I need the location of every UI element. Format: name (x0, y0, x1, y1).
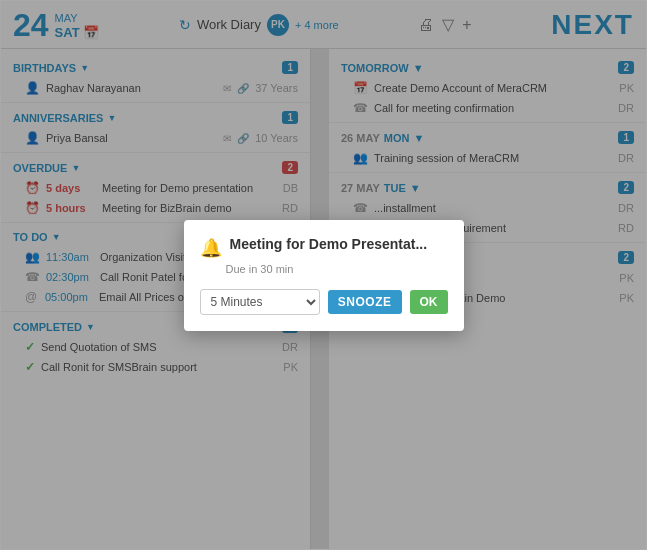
modal-title: Meeting for Demo Presentat... (230, 236, 428, 252)
modal-subtitle: Due in 30 min (226, 263, 448, 275)
snooze-button[interactable]: SNOOZE (328, 290, 402, 314)
modal-actions: 5 Minutes 10 Minutes 15 Minutes 30 Minut… (200, 289, 448, 315)
snooze-select[interactable]: 5 Minutes 10 Minutes 15 Minutes 30 Minut… (200, 289, 320, 315)
modal-overlay: 🔔 Meeting for Demo Presentat... Due in 3… (1, 1, 646, 549)
ok-button[interactable]: OK (410, 290, 448, 314)
modal-title-row: 🔔 Meeting for Demo Presentat... (200, 236, 448, 259)
bell-icon: 🔔 (200, 237, 222, 259)
modal-box: 🔔 Meeting for Demo Presentat... Due in 3… (184, 220, 464, 331)
app-container: 24 MAY SAT 📅 ↻ Work Diary PK + 4 more 🖨 … (0, 0, 647, 550)
